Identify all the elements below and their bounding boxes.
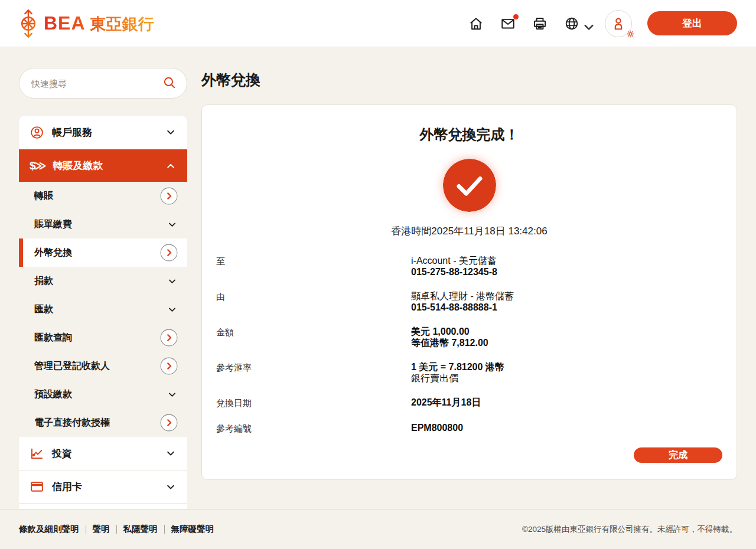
circle-arrow-icon bbox=[160, 414, 178, 432]
done-button[interactable]: 完成 bbox=[634, 447, 722, 463]
search-button[interactable] bbox=[162, 76, 177, 91]
detail-value: 1 美元 = 7.81200 港幣銀行賣出價 bbox=[411, 361, 504, 384]
sidebar-item-label: 投資 bbox=[52, 447, 72, 460]
print-button[interactable] bbox=[532, 15, 549, 32]
home-button[interactable] bbox=[468, 15, 485, 32]
sidebar-item-donation[interactable]: 捐款 bbox=[19, 267, 187, 295]
main-panel: 外幣兌換 外幣兌換完成！ 香港時間2025年11月18日 13:42:06 至i… bbox=[201, 68, 737, 509]
detail-value: 顯卓私人理財 - 港幣儲蓄015-514-88-88888-1 bbox=[411, 290, 514, 313]
chevron-down-icon bbox=[167, 389, 178, 400]
sidebar-item-transfer[interactable]: 轉賬 bbox=[19, 182, 187, 210]
sidebar-item-manage-registered-payees[interactable]: 管理已登記收款人 bbox=[19, 352, 187, 380]
notification-dot bbox=[513, 14, 519, 19]
sidebar-menu: 帳戶服務$≫轉賬及繳款轉賬賬單繳費外幣兌換捐款匯款匯款查詢管理已登記收款人預設繳… bbox=[19, 116, 187, 509]
sidebar-item-bill-payment[interactable]: 賬單繳費 bbox=[19, 210, 187, 238]
sidebar: 帳戶服務$≫轉賬及繳款轉賬賬單繳費外幣兌換捐款匯款匯款查詢管理已登記收款人預設繳… bbox=[19, 68, 187, 509]
chevron-down-icon bbox=[167, 219, 178, 230]
circle-arrow-icon bbox=[160, 244, 178, 262]
header-actions bbox=[468, 15, 589, 32]
detail-label: 金額 bbox=[216, 326, 411, 348]
footer-separator bbox=[164, 525, 165, 534]
top-header: BEA 東亞銀行 登出 bbox=[0, 0, 756, 47]
fx-complete-heading: 外幣兌換完成！ bbox=[216, 125, 722, 144]
sidebar-item-preset-payment[interactable]: 預設繳款 bbox=[19, 380, 187, 409]
user-circle-icon bbox=[30, 125, 44, 140]
detail-row-reference-rate: 參考滙率1 美元 = 7.81200 港幣銀行賣出價 bbox=[216, 361, 722, 384]
sidebar-item-label: 外幣兌換 bbox=[34, 247, 72, 259]
dollar-transfer-icon: $≫ bbox=[30, 158, 45, 173]
detail-label: 參考滙率 bbox=[216, 361, 411, 384]
sidebar-item-label: 預設繳款 bbox=[34, 388, 72, 401]
sidebar-item-label: 帳戶服務 bbox=[52, 126, 92, 139]
sidebar-item-label: 匯款查詢 bbox=[34, 332, 72, 344]
sidebar-item-account-services[interactable]: 帳戶服務 bbox=[19, 116, 187, 149]
sidebar-item-clipped bbox=[19, 503, 187, 509]
detail-row-reference-number: 參考編號EPM800800 bbox=[216, 422, 722, 434]
detail-row-exchange-date: 兌換日期2025年11月18日 bbox=[216, 397, 722, 409]
sidebar-item-label: 管理已登記收款人 bbox=[34, 360, 110, 372]
profile-button[interactable] bbox=[605, 10, 632, 37]
home-icon bbox=[468, 16, 484, 31]
accessibility-link[interactable]: 無障礙聲明 bbox=[171, 524, 214, 535]
bea-logo[interactable]: BEA 東亞銀行 bbox=[19, 9, 154, 38]
detail-value: 美元 1,000.00等值港幣 7,812.00 bbox=[411, 326, 488, 348]
detail-label: 至 bbox=[216, 255, 411, 277]
search-input[interactable] bbox=[31, 79, 162, 89]
sidebar-item-credit-card[interactable]: 信用卡 bbox=[19, 470, 187, 503]
logo-text-cjk: 東亞銀行 bbox=[90, 14, 154, 35]
transaction-timestamp: 香港時間2025年11月18日 13:42:06 bbox=[216, 224, 722, 238]
footer: 條款及細則聲明聲明私隱聲明無障礙聲明 ©2025版權由東亞銀行有限公司擁有。未經… bbox=[0, 509, 756, 549]
sidebar-item-label: 轉賬及繳款 bbox=[53, 159, 103, 172]
page-title: 外幣兌換 bbox=[201, 70, 737, 90]
credit-card-icon bbox=[30, 479, 44, 494]
sidebar-item-remittance[interactable]: 匯款 bbox=[19, 295, 187, 323]
sidebar-item-edda[interactable]: 電子直接付款授權 bbox=[19, 409, 187, 437]
fx-result-card: 外幣兌換完成！ 香港時間2025年11月18日 13:42:06 至i-Acco… bbox=[201, 104, 737, 480]
sidebar-item-label: 電子直接付款授權 bbox=[34, 417, 110, 429]
chevron-up-icon bbox=[165, 160, 177, 172]
print-icon bbox=[532, 16, 548, 31]
sidebar-item-investment[interactable]: 投資 bbox=[19, 437, 187, 470]
chevron-down-icon bbox=[581, 19, 589, 28]
sidebar-item-label: 轉賬 bbox=[34, 190, 53, 202]
bea-emblem-icon bbox=[19, 9, 38, 38]
footer-links: 條款及細則聲明聲明私隱聲明無障礙聲明 bbox=[19, 524, 214, 535]
logout-button[interactable]: 登出 bbox=[647, 11, 737, 35]
sidebar-item-label: 信用卡 bbox=[52, 480, 82, 494]
detail-label: 由 bbox=[216, 290, 411, 313]
terms-link[interactable]: 條款及細則聲明 bbox=[19, 524, 79, 535]
quick-search bbox=[19, 68, 187, 99]
sidebar-item-label: 賬單繳費 bbox=[34, 218, 72, 231]
detail-row-from-account: 由顯卓私人理財 - 港幣儲蓄015-514-88-88888-1 bbox=[216, 290, 722, 313]
logo-text-bea: BEA bbox=[44, 12, 86, 34]
sidebar-item-remittance-enquiry[interactable]: 匯款查詢 bbox=[19, 323, 187, 352]
footer-separator bbox=[116, 525, 117, 534]
sidebar-item-foreign-currency-exchange[interactable]: 外幣兌換 bbox=[19, 238, 187, 267]
detail-value: 2025年11月18日 bbox=[411, 397, 481, 409]
detail-value: i-Account - 美元儲蓄015-275-88-12345-8 bbox=[411, 255, 497, 277]
privacy-link[interactable]: 私隱聲明 bbox=[123, 524, 158, 535]
chevron-down-icon bbox=[167, 276, 178, 287]
check-circle-icon bbox=[443, 159, 496, 212]
detail-label: 參考編號 bbox=[216, 422, 411, 434]
exchange-details: 至i-Account - 美元儲蓄015-275-88-12345-8由顯卓私人… bbox=[216, 255, 722, 447]
content-area: 帳戶服務$≫轉賬及繳款轉賬賬單繳費外幣兌換捐款匯款匯款查詢管理已登記收款人預設繳… bbox=[0, 47, 756, 509]
sidebar-item-label: 捐款 bbox=[34, 275, 53, 287]
search-icon bbox=[162, 76, 177, 90]
copyright-text: ©2025版權由東亞銀行有限公司擁有。未經許可，不得轉載。 bbox=[522, 524, 737, 535]
gear-icon bbox=[626, 30, 635, 38]
language-button[interactable] bbox=[564, 15, 589, 32]
detail-row-to-account: 至i-Account - 美元儲蓄015-275-88-12345-8 bbox=[216, 255, 722, 277]
footer-separator bbox=[86, 525, 86, 534]
user-icon bbox=[611, 16, 626, 31]
sidebar-item-transfers-and-payments[interactable]: $≫轉賬及繳款 bbox=[19, 149, 187, 182]
mail-button[interactable] bbox=[500, 15, 517, 32]
globe-icon bbox=[564, 16, 579, 31]
detail-value: EPM800800 bbox=[411, 422, 463, 434]
chevron-down-icon bbox=[167, 304, 178, 315]
disclaimer-link[interactable]: 聲明 bbox=[93, 524, 110, 535]
chevron-down-icon bbox=[165, 447, 177, 459]
detail-row-amount: 金額美元 1,000.00等值港幣 7,812.00 bbox=[216, 326, 722, 348]
circle-arrow-icon bbox=[160, 357, 178, 375]
chevron-down-icon bbox=[165, 126, 177, 138]
